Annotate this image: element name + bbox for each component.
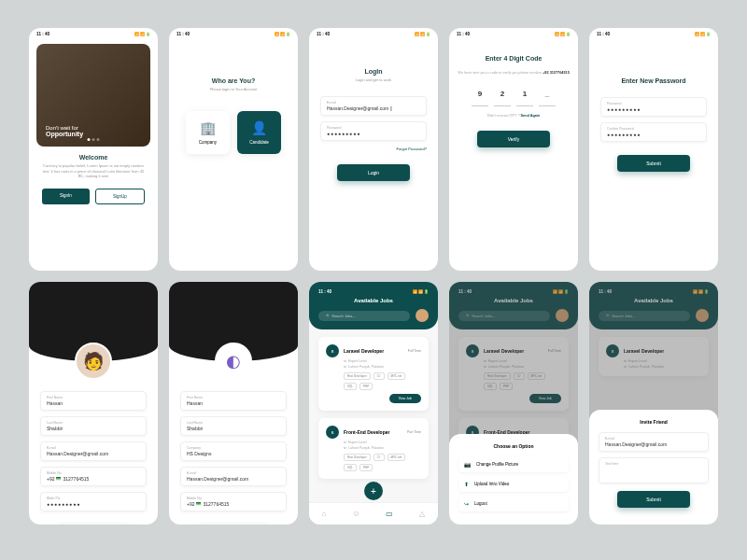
submit-button[interactable]: Submit xyxy=(617,155,690,172)
confirm-password-field[interactable]: Confirm Password ●●●●●●●●● xyxy=(600,122,707,142)
avatar[interactable] xyxy=(416,309,429,322)
company-avatar[interactable]: ◐ xyxy=(215,343,252,380)
company-card[interactable]: 🏢 Company xyxy=(186,111,230,154)
status-icons: 📶 📶 🔋 xyxy=(134,32,150,36)
job-logo-icon: B xyxy=(326,344,339,357)
upload-icon: ⬆ xyxy=(464,481,469,487)
password-field[interactable]: Password ●●●●●●●●● xyxy=(320,121,427,141)
last-name-field[interactable]: Last NameShabbir xyxy=(180,416,287,436)
welcome-title: Welcome xyxy=(29,154,158,161)
screen-company-profile: ◐ First NameHassan Last NameShabbir Comp… xyxy=(169,282,298,525)
mobile-field[interactable]: Mobile No+923127764515 xyxy=(180,492,287,511)
role-title: Who are You? xyxy=(169,77,298,84)
invite-submit-button[interactable]: Submit xyxy=(617,491,690,508)
fab-add-button[interactable]: + xyxy=(364,482,383,500)
verify-button[interactable]: Verify xyxy=(477,131,550,147)
candidate-card[interactable]: 👤 Candidate xyxy=(237,111,281,154)
signin-button[interactable]: SignIn xyxy=(42,189,90,204)
profile-icon[interactable]: ☺ xyxy=(352,510,359,518)
new-password-field[interactable]: Password ●●●●●●●●● xyxy=(600,97,707,117)
page-dots xyxy=(88,138,100,141)
screen-jobs: 11 : 40📶 📶 🔋 Available Jobs 🔍 Search Job… xyxy=(309,282,438,525)
screen-candidate-profile: 🧑 First NameHassan Last NameShabbir E-ma… xyxy=(29,282,158,525)
hero-image: Don't wait for Opportunity xyxy=(36,44,150,147)
mobile-field[interactable]: Mobile No+923127764515 xyxy=(40,467,147,486)
screen-otp: 11 : 40📶 📶 🔋 Enter 4 Digit Code We have … xyxy=(449,28,578,271)
job-logo-icon: B xyxy=(326,426,339,439)
screen-new-password: 11 : 40📶 📶 🔋 Enter New Password Password… xyxy=(589,28,718,271)
home-icon[interactable]: ⌂ xyxy=(322,510,327,518)
time: 11 : 40 xyxy=(36,32,49,36)
jobs-header: 11 : 40📶 📶 🔋 Available Jobs 🔍 Search Job… xyxy=(309,282,438,329)
welcome-subtitle: Contrary to popular belief, Lorem Ipsum … xyxy=(29,163,158,179)
signup-button[interactable]: SignUp xyxy=(95,189,145,204)
login-button[interactable]: Login xyxy=(337,164,410,181)
invite-email-field[interactable]: E-mailHassan.Designer@gmail.com xyxy=(599,432,709,452)
login-title: LogIn xyxy=(309,68,438,75)
briefcase-icon[interactable]: ▭ xyxy=(386,510,393,518)
person-icon: 👤 xyxy=(241,120,277,135)
building-icon: 🏢 xyxy=(190,120,226,135)
first-name-field[interactable]: First NameHassan xyxy=(180,391,287,411)
change-picture-option[interactable]: 📷Change Profile Picture xyxy=(458,456,569,472)
email-field[interactable]: E-mailHassan.Designer@gmail.com xyxy=(40,441,147,461)
email-field[interactable]: E-mailHassan.Designer@gmail.com xyxy=(180,467,287,486)
screen-login: 11 : 40📶 📶 🔋 LogIn Login and get to work… xyxy=(309,28,438,271)
cursor-icon: | xyxy=(390,105,391,111)
email-field[interactable]: E-mail Hassan.Designer@gmail.com| xyxy=(320,96,427,116)
screen-role: 11 : 40📶 📶 🔋 Who are You? Please login t… xyxy=(169,28,298,271)
login-subtitle: Login and get to work xyxy=(309,77,438,83)
invite-text-field[interactable]: Text here xyxy=(599,457,709,483)
last-name-field[interactable]: Last NameShabbir xyxy=(40,416,147,436)
first-name-field[interactable]: First NameHassan xyxy=(40,391,147,411)
options-sheet: Choose an Option 📷Change Profile Picture… xyxy=(449,434,578,525)
upload-video-option[interactable]: ⬆Upload Intro Video xyxy=(458,476,569,492)
tabbar: ⌂ ☺ ▭ △ xyxy=(309,502,438,525)
resend-link[interactable]: Send Again xyxy=(521,114,541,118)
flag-icon xyxy=(196,502,201,506)
view-job-button[interactable]: View Job xyxy=(389,394,421,403)
hero-line2: Opportunity xyxy=(46,131,83,137)
screen-invite-sheet: 11 : 40📶 📶 🔋Available Jobs🔍 Search Jobs.… xyxy=(589,282,718,525)
job-card[interactable]: BFront-End DeveloperPart Time ⭘ Expert L… xyxy=(318,418,429,479)
otp-inputs[interactable]: 9 2 1 _ xyxy=(449,86,578,106)
bell-icon[interactable]: △ xyxy=(419,510,425,518)
search-input[interactable]: 🔍 Search Jobs... xyxy=(318,311,410,321)
otp-title: Enter 4 Digit Code xyxy=(449,55,578,62)
logout-icon: ↪ xyxy=(464,500,469,507)
forgot-link[interactable]: Forgot Password? xyxy=(309,147,438,151)
role-subtitle: Please login to Your Account xyxy=(169,87,298,92)
logout-option[interactable]: ↪Logout xyxy=(458,496,569,511)
invite-sheet: Invite Friend E-mailHassan.Designer@gmai… xyxy=(589,410,718,525)
company-field[interactable]: CompanyHS Designs xyxy=(180,441,287,461)
job-card[interactable]: BLaravel DeveloperFull Time ⭘ Expert Lev… xyxy=(318,337,429,411)
screen-options-sheet: 11 : 40📶 📶 🔋Available Jobs🔍 Search Jobs.… xyxy=(449,282,578,525)
camera-icon: 📷 xyxy=(464,461,471,468)
dark-header: 🧑 xyxy=(29,282,158,361)
statusbar: 11 : 40 📶 📶 🔋 xyxy=(29,28,158,40)
screen-welcome: 11 : 40 📶 📶 🔋 Don't wait for Opportunity… xyxy=(29,28,158,271)
flag-icon xyxy=(56,477,61,481)
newpw-title: Enter New Password xyxy=(589,77,718,84)
avatar[interactable]: 🧑 xyxy=(75,343,112,380)
make-pw-field[interactable]: Make Pw●●●●●●●●● xyxy=(40,492,147,511)
